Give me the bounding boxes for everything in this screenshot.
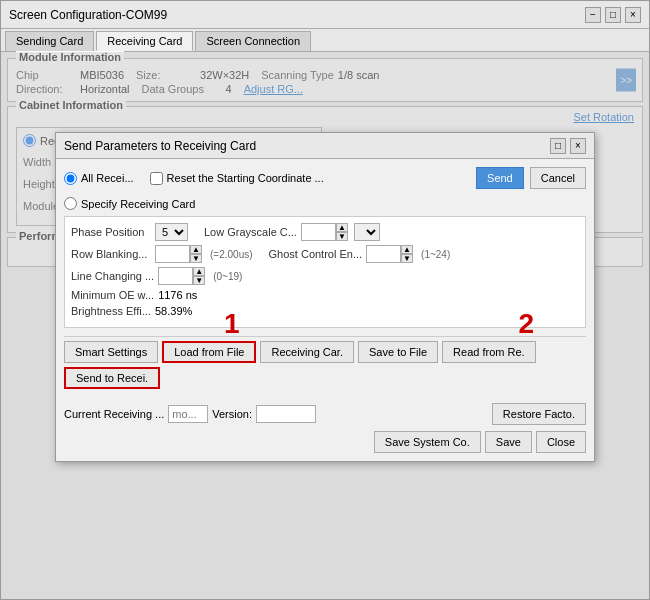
phase-position-item: Phase Position 5 [71, 223, 188, 241]
dialog-radio-group: All Recei... Reset the Starting Coordina… [64, 172, 324, 185]
row-blanking-item: Row Blanking... 25 ▲ ▼ (=2.00us) [71, 245, 253, 263]
line-changing-spinner-btns: ▲ ▼ [193, 267, 205, 285]
param-row-4: Minimum OE w... 1176 ns [71, 289, 579, 301]
dialog-title-bar: Send Parameters to Receiving Card □ × [56, 133, 594, 159]
current-receiving-row: Current Receiving ... Version: Restore F… [64, 403, 586, 425]
dialog-body: All Recei... Reset the Starting Coordina… [56, 159, 594, 461]
all-receive-radio[interactable] [64, 172, 77, 185]
tab-screen-connection[interactable]: Screen Connection [195, 31, 311, 51]
reset-coord-label: Reset the Starting Coordinate ... [167, 172, 324, 184]
low-grayscale-spinner: 0 ▲ ▼ [301, 223, 348, 241]
main-content: Module Information Chip MBI5036 Size: 32… [1, 52, 649, 599]
send-button[interactable]: Send [476, 167, 524, 189]
close-button[interactable]: Close [536, 431, 586, 453]
restore-facto-button[interactable]: Restore Facto. [492, 403, 586, 425]
dialog-overlay: Send Parameters to Receiving Card □ × Al… [1, 52, 649, 599]
tab-receiving-card[interactable]: Receiving Card [96, 31, 193, 51]
specify-card-radio[interactable] [64, 197, 77, 210]
send-to-recei-button[interactable]: Send to Recei. [64, 367, 160, 389]
line-changing-input[interactable]: 3 [158, 267, 193, 285]
row-blanking-input[interactable]: 25 [155, 245, 190, 263]
save-system-button[interactable]: Save System Co. [374, 431, 481, 453]
tab-sending-card[interactable]: Sending Card [5, 31, 94, 51]
low-grayscale-down[interactable]: ▼ [336, 232, 348, 241]
ghost-control-up[interactable]: ▲ [401, 245, 413, 254]
specify-card-row: Specify Receiving Card [64, 197, 586, 210]
save-row: Save System Co. Save Close [64, 431, 586, 453]
title-bar-controls: − □ × [585, 7, 641, 23]
version-label: Version: [212, 408, 252, 420]
ghost-control-constraint: (1~24) [421, 249, 450, 260]
min-oe-item: Minimum OE w... 1176 ns [71, 289, 197, 301]
min-oe-value: 1176 ns [158, 289, 197, 301]
dialog-title-text: Send Parameters to Receiving Card [64, 139, 256, 153]
badge-1: 1 [224, 308, 240, 339]
dialog-top-row: All Recei... Reset the Starting Coordina… [64, 167, 586, 189]
main-window: Screen Configuration-COM99 − □ × Sending… [0, 0, 650, 600]
ghost-control-input[interactable]: 20 [366, 245, 401, 263]
bottom-section: 1 2 Smart Settings Load from File Receiv… [64, 336, 586, 397]
low-grayscale-input[interactable]: 0 [301, 223, 336, 241]
receiving-car-button[interactable]: Receiving Car. [260, 341, 354, 363]
dialog-controls: □ × [550, 138, 586, 154]
param-row-3: Line Changing ... 3 ▲ ▼ (0~19) [71, 267, 579, 285]
row-blanking-spinner: 25 ▲ ▼ [155, 245, 202, 263]
read-from-re-button[interactable]: Read from Re. [442, 341, 536, 363]
minimize-button[interactable]: − [585, 7, 601, 23]
badge-1-container: 1 [224, 308, 240, 340]
all-receive-label: All Recei... [81, 172, 134, 184]
row-blanking-label: Row Blanking... [71, 248, 151, 260]
send-params-dialog: Send Parameters to Receiving Card □ × Al… [55, 132, 595, 462]
specify-card-label: Specify Receiving Card [81, 198, 195, 210]
version-input[interactable] [256, 405, 316, 423]
phase-position-label: Phase Position [71, 226, 151, 238]
line-changing-down[interactable]: ▼ [193, 276, 205, 285]
min-oe-label: Minimum OE w... [71, 289, 154, 301]
ghost-control-spinner: 20 ▲ ▼ [366, 245, 413, 263]
phase-position-select[interactable]: 5 [155, 223, 188, 241]
reset-coord-row: Reset the Starting Coordinate ... [150, 172, 324, 185]
brightness-item: Brightness Effi... 58.39% [71, 305, 192, 317]
save-button[interactable]: Save [485, 431, 532, 453]
low-grayscale-select[interactable] [354, 223, 380, 241]
ghost-control-item: Ghost Control En... 20 ▲ ▼ (1~24) [269, 245, 451, 263]
line-changing-up[interactable]: ▲ [193, 267, 205, 276]
param-row-5: Brightness Effi... 58.39% [71, 305, 579, 317]
title-bar: Screen Configuration-COM99 − □ × [1, 1, 649, 29]
window-title: Screen Configuration-COM99 [9, 8, 167, 22]
load-from-file-button[interactable]: Load from File [162, 341, 256, 363]
row-blanking-up[interactable]: ▲ [190, 245, 202, 254]
line-changing-item: Line Changing ... 3 ▲ ▼ (0~19) [71, 267, 242, 285]
maximize-button[interactable]: □ [605, 7, 621, 23]
dialog-bottom-buttons: Smart Settings Load from File Receiving … [64, 336, 586, 393]
reset-coord-checkbox[interactable] [150, 172, 163, 185]
low-grayscale-spinner-btns: ▲ ▼ [336, 223, 348, 241]
low-grayscale-up[interactable]: ▲ [336, 223, 348, 232]
all-receive-row: All Recei... [64, 172, 134, 185]
row-blanking-spinner-btns: ▲ ▼ [190, 245, 202, 263]
line-changing-constraint: (0~19) [213, 271, 242, 282]
cancel-button[interactable]: Cancel [530, 167, 586, 189]
ghost-control-label: Ghost Control En... [269, 248, 363, 260]
params-box: Phase Position 5 Low Grayscale C... 0 [64, 216, 586, 328]
row-blanking-down[interactable]: ▼ [190, 254, 202, 263]
line-changing-spinner: 3 ▲ ▼ [158, 267, 205, 285]
dialog-maximize-button[interactable]: □ [550, 138, 566, 154]
dialog-action-buttons: Send Cancel [476, 167, 586, 189]
tab-bar: Sending Card Receiving Card Screen Conne… [1, 29, 649, 52]
param-row-2: Row Blanking... 25 ▲ ▼ (=2.00us) [71, 245, 579, 263]
ghost-control-down[interactable]: ▼ [401, 254, 413, 263]
badge-2-container: 2 [518, 308, 534, 340]
param-row-1: Phase Position 5 Low Grayscale C... 0 [71, 223, 579, 241]
line-changing-label: Line Changing ... [71, 270, 154, 282]
ghost-control-spinner-btns: ▲ ▼ [401, 245, 413, 263]
model-input[interactable] [168, 405, 208, 423]
dialog-close-button[interactable]: × [570, 138, 586, 154]
close-window-button[interactable]: × [625, 7, 641, 23]
save-to-file-button[interactable]: Save to File [358, 341, 438, 363]
low-grayscale-label: Low Grayscale C... [204, 226, 297, 238]
brightness-value: 58.39% [155, 305, 192, 317]
badge-2: 2 [518, 308, 534, 339]
smart-settings-button[interactable]: Smart Settings [64, 341, 158, 363]
brightness-label: Brightness Effi... [71, 305, 151, 317]
